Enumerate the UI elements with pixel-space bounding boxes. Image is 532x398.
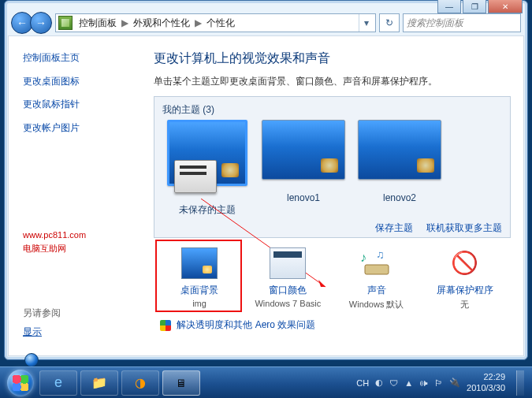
control-panel-icon [58,16,73,30]
taskbar: e 📁 ◑ 🖥 CH ◐ 🛡 ▲ 🕪 🏳 🔌 22:29 2010/3/30 [0,366,532,398]
page-subtitle: 单击某个主题立即更改桌面背景、窗口颜色、声音和屏幕保护程序。 [154,75,511,88]
window-maximize-button[interactable]: ❐ [463,0,486,13]
taskbar-mediaplayer[interactable]: ◑ [121,370,159,396]
desktop-background-option[interactable]: 桌面背景 img [160,247,239,311]
seealso-display[interactable]: 显示 [23,326,42,339]
themes-panel: 我的主题 (3) 未保存的主题 lenovo1 lenovo2 [154,96,511,238]
theme-unsaved[interactable]: 未保存的主题 [164,120,251,217]
crumb-1[interactable]: 外观和个性化 [130,15,193,32]
breadcrumb-dropdown[interactable]: ▾ [359,14,373,32]
search-placeholder: 搜索控制面板 [407,17,463,30]
my-themes-heading: 我的主题 (3) [162,103,504,117]
see-also-heading: 另请参阅 [23,307,130,320]
svg-rect-4 [365,265,389,274]
troubleshoot-aero-link[interactable]: 解决透明度和其他 Aero 效果问题 [177,319,315,330]
sidebar-desktop-icons[interactable]: 更改桌面图标 [23,76,130,88]
desktop-background-icon [181,247,218,279]
window-color-option[interactable]: 窗口颜色 Windows 7 Basic [248,247,327,311]
sounds-icon: ♪♫ [359,247,395,279]
sidebar: 控制面板主页 更改桌面图标 更改鼠标指针 更改帐户图片 www.pc811.co… [9,36,141,355]
annotation-text: www.pc811.com 电脑互助网 [23,229,130,255]
taskbar-ie[interactable]: e [39,370,77,396]
sidebar-mouse-pointers[interactable]: 更改鼠标指针 [23,99,130,111]
tray-volume-icon[interactable]: 🕪 [419,378,428,388]
save-theme-link[interactable]: 保存主题 [375,222,413,233]
sidebar-account-picture[interactable]: 更改帐户图片 [23,122,130,135]
svg-text:♫: ♫ [376,248,385,261]
nav-forward-button[interactable]: → [30,12,52,34]
search-input[interactable]: 搜索控制面板 [403,13,521,32]
win7-orb-icon [24,353,39,367]
tray-icon-3[interactable]: ▲ [404,378,413,388]
screensaver-icon [447,247,483,279]
shield-icon [160,320,171,331]
tray-icon-1[interactable]: ◐ [375,378,383,388]
taskbar-clock[interactable]: 22:29 2010/3/30 [467,372,505,392]
taskbar-explorer[interactable]: 📁 [80,370,118,396]
screensaver-option[interactable]: 屏幕保护程序 无 [426,247,504,311]
start-button[interactable] [5,367,36,399]
get-more-themes-link[interactable]: 联机获取更多主题 [426,222,502,233]
breadcrumb[interactable]: 控制面板 ▶ 外观和个性化 ▶ 个性化 ▾ [55,13,376,32]
window-close-button[interactable]: ✕ [488,0,523,13]
theme-lenovo2[interactable]: lenovo2 [356,120,443,217]
theme-lenovo1[interactable]: lenovo1 [260,120,347,217]
ime-indicator[interactable]: CH [356,378,369,388]
crumb-2[interactable]: 个性化 [203,15,238,32]
start-orb-icon [7,370,34,396]
page-title: 更改计算机上的视觉效果和声音 [154,50,511,67]
sidebar-home[interactable]: 控制面板主页 [23,52,130,65]
crumb-0[interactable]: 控制面板 [76,15,120,32]
window-color-icon [270,247,306,279]
system-tray: CH ◐ 🛡 ▲ 🕪 🏳 🔌 22:29 2010/3/30 [356,370,527,396]
window-minimize-button[interactable]: — [437,0,461,13]
tray-power-icon[interactable]: 🔌 [449,378,460,388]
main-content: 更改计算机上的视觉效果和声音 单击某个主题立即更改桌面背景、窗口颜色、声音和屏幕… [141,36,523,355]
sounds-option[interactable]: ♪♫ 声音 Windows 默认 [337,247,416,311]
show-desktop-button[interactable] [516,370,524,396]
refresh-button[interactable]: ↻ [379,13,400,32]
taskbar-control-panel[interactable]: 🖥 [162,370,200,396]
tray-icon-2[interactable]: 🛡 [389,378,398,388]
control-panel-window: — ❐ ✕ ← → 控制面板 ▶ 外观和个性化 ▶ 个性化 ▾ ↻ 搜索控制面板… [4,0,528,360]
svg-text:♪: ♪ [360,251,366,264]
tray-flag-icon[interactable]: 🏳 [434,378,443,388]
